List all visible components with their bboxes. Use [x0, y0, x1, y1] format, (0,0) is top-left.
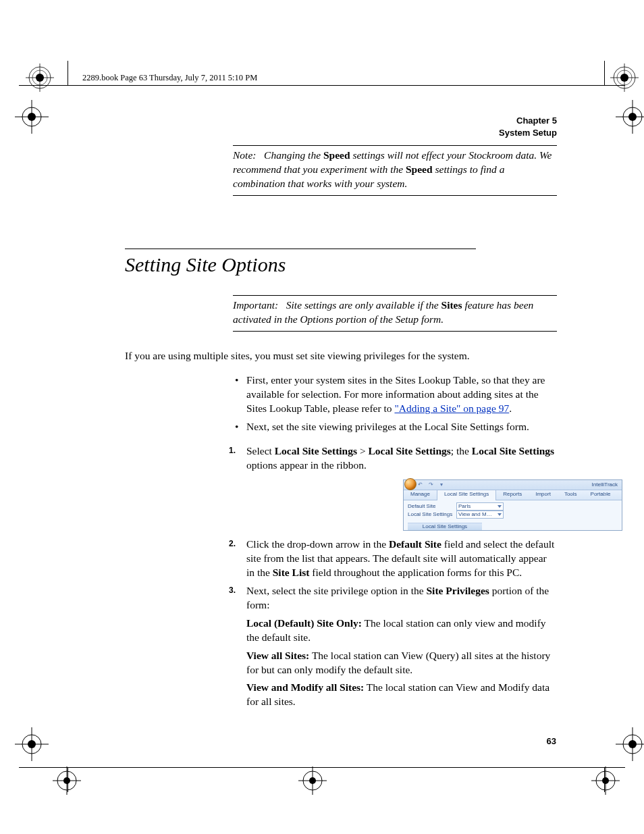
step-item: Click the drop-down arrow in the Default…	[233, 538, 557, 580]
section-title: Setting Site Options	[125, 253, 557, 276]
note-block: Note: Changing the Speed settings will n…	[233, 145, 557, 196]
crop-line	[68, 61, 68, 85]
running-head: Chapter 5 System Setup	[125, 115, 557, 138]
step-item: Select Local Site Settings > Local Site …	[233, 444, 557, 531]
xref-link[interactable]: "Adding a Site" on page 97	[394, 402, 509, 414]
site-settings-combo: View and M…	[456, 511, 504, 519]
crop-line	[19, 767, 625, 768]
step-item: Next, select the site privilege option i…	[233, 584, 557, 709]
reg-mark-icon	[15, 727, 49, 761]
ribbon-group-label: Local Site Settings	[408, 523, 482, 530]
chapter-title: System Setup	[125, 127, 557, 139]
reg-mark-icon	[15, 100, 49, 134]
reg-mark-icon	[610, 63, 639, 92]
page-number: 63	[547, 736, 556, 746]
ribbon-tab: Manage	[404, 490, 437, 500]
ribbon-tab: Reports	[496, 490, 529, 500]
section-rule	[125, 249, 476, 249]
default-site-combo: Parls	[456, 502, 504, 511]
reg-mark-icon	[616, 100, 644, 134]
field-label: Default Site	[408, 504, 454, 509]
qat-dropdown-icon: ▾	[436, 482, 447, 488]
app-title: IntelliTrack	[592, 482, 622, 488]
crop-header: 2289.book Page 63 Thursday, July 7, 2011…	[82, 73, 257, 83]
reg-mark-icon	[53, 766, 81, 795]
reg-mark-icon	[26, 63, 54, 92]
ribbon-tab: Tools	[558, 490, 584, 500]
ribbon-tabs: Manage Local Site Settings Reports Impor…	[404, 490, 622, 500]
page: 2289.book Page 63 Thursday, July 7, 2011…	[0, 0, 644, 834]
bullet-item: First, enter your system sites in the Si…	[233, 373, 557, 416]
chapter-label: Chapter 5	[125, 115, 557, 127]
step-list: Select Local Site Settings > Local Site …	[233, 444, 557, 709]
important-label: Important:	[233, 299, 278, 311]
crop-line	[604, 61, 605, 85]
reg-mark-icon	[591, 766, 620, 795]
important-block: Important: Site settings are only availa…	[233, 295, 557, 332]
page-content: Chapter 5 System Setup Note: Changing th…	[125, 115, 557, 713]
ribbon-tab: Local Site Settings	[437, 490, 496, 500]
crop-line	[604, 768, 605, 792]
bullet-list: First, enter your system sites in the Si…	[233, 373, 557, 434]
ribbon-screenshot: ↶ ↷ ▾ IntelliTrack Manage Local Site Set…	[403, 479, 622, 531]
field-label: Local Site Settings	[408, 512, 454, 517]
note-label: Note:	[233, 149, 256, 161]
redo-icon: ↷	[425, 482, 436, 488]
reg-mark-icon	[616, 727, 644, 761]
office-orb-icon	[404, 480, 414, 490]
crop-line	[19, 85, 625, 86]
ribbon-tab: Portable	[584, 490, 618, 500]
intro-paragraph: If you are using multiple sites, you mus…	[125, 349, 557, 363]
reg-mark-icon	[298, 766, 327, 795]
ribbon-tab: Import	[529, 490, 558, 500]
crop-line	[68, 768, 68, 792]
bullet-item: Next, set the site viewing privileges at…	[233, 420, 557, 434]
